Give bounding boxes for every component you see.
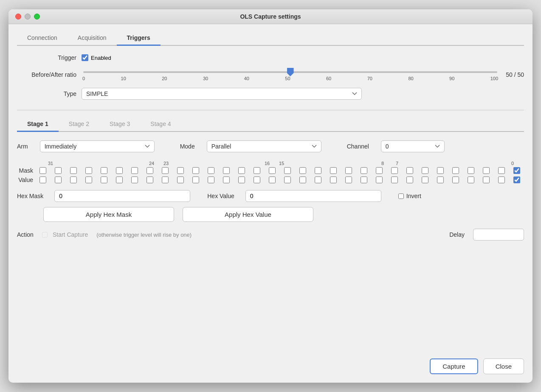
- tick-90: 90: [449, 76, 454, 81]
- value-cb-27[interactable]: [101, 176, 107, 183]
- mask-cb-10[interactable]: [361, 167, 367, 174]
- value-cb-18[interactable]: [238, 176, 245, 183]
- hex-mask-label: Hex Mask: [17, 193, 43, 199]
- capture-button[interactable]: Capture: [430, 358, 478, 374]
- mode-select[interactable]: Parallel Serial: [207, 140, 321, 152]
- tab-triggers[interactable]: Triggers: [117, 31, 161, 46]
- value-cb-10[interactable]: [361, 176, 367, 183]
- close-traffic-light[interactable]: [15, 14, 21, 20]
- mask-cb-7[interactable]: [406, 167, 413, 174]
- value-cb-29[interactable]: [70, 176, 77, 183]
- invert-checkbox[interactable]: [398, 193, 404, 199]
- value-cb-30[interactable]: [55, 176, 62, 183]
- mask-cb-19[interactable]: [223, 167, 230, 174]
- value-cb-31[interactable]: [39, 176, 46, 183]
- stage-tab-1[interactable]: Stage 1: [17, 117, 59, 132]
- value-cb-1[interactable]: [498, 176, 505, 183]
- value-cb-28[interactable]: [85, 176, 92, 183]
- mask-cb-11[interactable]: [345, 167, 352, 174]
- mask-cb-4[interactable]: [452, 167, 459, 174]
- before-after-slider[interactable]: [83, 71, 497, 73]
- mask-cb-15[interactable]: [284, 167, 291, 174]
- mask-cb-22[interactable]: [177, 167, 184, 174]
- start-capture-checkbox[interactable]: [42, 232, 48, 238]
- mask-cb-3[interactable]: [468, 167, 474, 174]
- mask-cb-28[interactable]: [85, 167, 92, 174]
- mask-cb-9[interactable]: [376, 167, 383, 174]
- bit-num-23: 23: [159, 161, 173, 166]
- value-cb-17[interactable]: [254, 176, 260, 183]
- mask-cb-23[interactable]: [162, 167, 169, 174]
- value-cb-16[interactable]: [269, 176, 276, 183]
- mask-cb-13[interactable]: [315, 167, 321, 174]
- main-window: OLS Capture settings Connection Acquisit…: [8, 9, 533, 383]
- value-cb-13[interactable]: [315, 176, 321, 183]
- value-cb-14[interactable]: [299, 176, 306, 183]
- mask-cb-5[interactable]: [437, 167, 444, 174]
- mask-cb-6[interactable]: [422, 167, 428, 174]
- tick-100: 100: [490, 76, 498, 81]
- mask-cb-17[interactable]: [254, 167, 260, 174]
- hex-value-input[interactable]: [245, 190, 381, 202]
- value-cb-5[interactable]: [437, 176, 444, 183]
- value-cb-7[interactable]: [406, 176, 413, 183]
- value-cb-24[interactable]: [147, 176, 153, 183]
- apply-hex-value-button[interactable]: Apply Hex Value: [183, 207, 313, 222]
- type-select[interactable]: SIMPLE COMPLEX PARALLEL: [82, 88, 362, 100]
- mask-cb-26[interactable]: [116, 167, 123, 174]
- mask-cb-14[interactable]: [299, 167, 306, 174]
- apply-hex-mask-button[interactable]: Apply Hex Mask: [43, 207, 174, 222]
- channel-select[interactable]: 0123 4567: [381, 140, 445, 152]
- mask-cb-21[interactable]: [192, 167, 199, 174]
- mask-cb-29[interactable]: [70, 167, 77, 174]
- value-cb-2[interactable]: [483, 176, 490, 183]
- mask-cb-1[interactable]: [498, 167, 505, 174]
- stage-tab-4[interactable]: Stage 4: [140, 117, 181, 132]
- value-cb-12[interactable]: [330, 176, 337, 183]
- stage-tab-2[interactable]: Stage 2: [59, 117, 99, 132]
- arm-select[interactable]: Immediately On Stage 1 On Stage 2 On Sta…: [40, 140, 155, 152]
- mask-cb-8[interactable]: [391, 167, 398, 174]
- tick-60: 60: [326, 76, 331, 81]
- invert-label[interactable]: Invert: [398, 193, 421, 199]
- mask-cb-27[interactable]: [101, 167, 107, 174]
- value-cb-21[interactable]: [192, 176, 199, 183]
- mask-cb-2[interactable]: [483, 167, 490, 174]
- value-cb-6[interactable]: [422, 176, 428, 183]
- stage-tab-3[interactable]: Stage 3: [99, 117, 140, 132]
- value-cb-3[interactable]: [468, 176, 474, 183]
- value-cb-9[interactable]: [376, 176, 383, 183]
- stage-tabs: Stage 1 Stage 2 Stage 3 Stage 4: [17, 117, 524, 132]
- value-cb-15[interactable]: [284, 176, 291, 183]
- maximize-traffic-light[interactable]: [34, 14, 40, 20]
- mask-cb-25[interactable]: [131, 167, 138, 174]
- value-cb-20[interactable]: [208, 176, 214, 183]
- mask-cb-20[interactable]: [208, 167, 214, 174]
- value-cb-25[interactable]: [131, 176, 138, 183]
- tab-acquisition[interactable]: Acquisition: [68, 31, 117, 46]
- bottom-buttons: Capture Close: [17, 354, 524, 374]
- hex-mask-input[interactable]: [54, 190, 190, 202]
- mask-cb-18[interactable]: [238, 167, 245, 174]
- mask-cb-24[interactable]: [147, 167, 153, 174]
- delay-input[interactable]: [473, 229, 524, 241]
- value-cb-4[interactable]: [452, 176, 459, 183]
- tab-connection[interactable]: Connection: [17, 31, 68, 46]
- value-cb-22[interactable]: [177, 176, 184, 183]
- mask-cb-31[interactable]: [39, 167, 46, 174]
- trigger-enabled-checkbox[interactable]: [82, 54, 88, 61]
- mask-cb-16[interactable]: [269, 167, 276, 174]
- window-title: OLS Capture settings: [240, 13, 301, 20]
- value-cb-19[interactable]: [223, 176, 230, 183]
- value-cb-26[interactable]: [116, 176, 123, 183]
- value-cb-0[interactable]: [513, 176, 520, 183]
- mask-cb-12[interactable]: [330, 167, 337, 174]
- value-cb-11[interactable]: [345, 176, 352, 183]
- mask-cb-0[interactable]: [513, 167, 520, 174]
- minimize-traffic-light[interactable]: [25, 14, 31, 20]
- tick-10: 10: [121, 76, 126, 81]
- value-cb-8[interactable]: [391, 176, 398, 183]
- value-cb-23[interactable]: [162, 176, 169, 183]
- close-button[interactable]: Close: [483, 358, 524, 374]
- mask-cb-30[interactable]: [55, 167, 62, 174]
